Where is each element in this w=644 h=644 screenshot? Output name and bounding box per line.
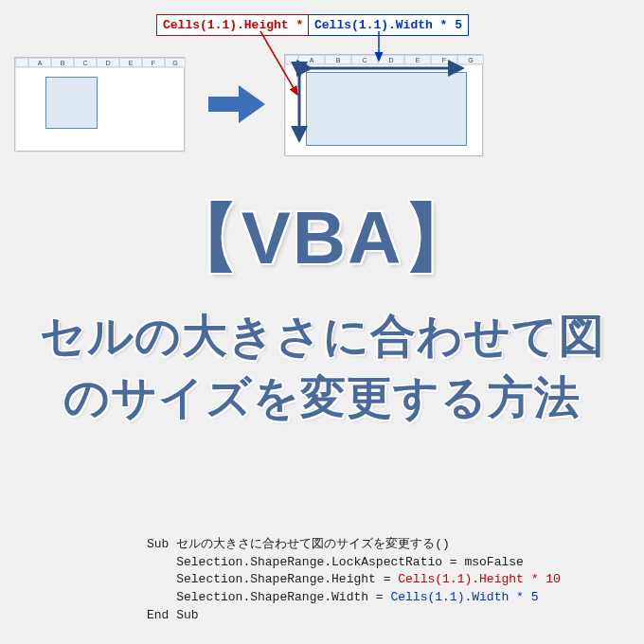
code-line: Selection.ShapeRange.Height =: [147, 572, 398, 586]
code-block: Sub セルの大きさに合わせて図のサイズを変更する() Selection.Sh…: [147, 536, 561, 625]
subtitle-line1: セルの大きさに合わせて図: [0, 306, 644, 367]
code-line: Selection.ShapeRange.Width =: [147, 590, 390, 604]
height-formula-label: Cells(1.1).Height * 10: [156, 14, 332, 36]
width-formula-label: Cells(1.1).Width * 5: [308, 14, 469, 36]
col-hdr: C: [351, 55, 378, 64]
diagram-area: Cells(1.1).Height * 10 Cells(1.1).Width …: [14, 14, 630, 156]
col-hdr: A: [298, 55, 325, 64]
shape-after: [306, 72, 467, 146]
col-hdr: A: [28, 58, 51, 67]
col-hdr: G: [457, 55, 484, 64]
col-hdr: F: [431, 55, 457, 64]
col-hdr: B: [51, 58, 74, 67]
col-hdr: D: [378, 55, 404, 64]
col-hdr: B: [325, 55, 351, 64]
col-hdr: E: [119, 58, 142, 67]
code-line: Selection.ShapeRange.LockAspectRatio = m…: [147, 555, 524, 569]
code-line: Sub セルの大きさに合わせて図のサイズを変更する(): [147, 537, 450, 551]
arrow-icon: [208, 85, 265, 123]
title-main: 【VBA】: [0, 189, 644, 289]
title-area: 【VBA】 セルの大きさに合わせて図 のサイズを変更する方法: [0, 189, 644, 429]
code-width-expr: Cells(1.1).Width * 5: [390, 590, 538, 604]
title-subtitle: セルの大きさに合わせて図 のサイズを変更する方法: [0, 306, 644, 429]
col-hdr: D: [97, 58, 119, 67]
col-hdr: F: [142, 58, 165, 67]
excel-before: A B C D E F G: [14, 57, 185, 152]
col-hdr: G: [165, 58, 186, 67]
subtitle-line2: のサイズを変更する方法: [0, 367, 644, 429]
excel-after: A B C D E F G: [284, 54, 483, 156]
code-height-expr: Cells(1.1).Height * 10: [398, 572, 561, 586]
shape-before: [45, 77, 98, 129]
col-hdr: C: [74, 58, 97, 67]
col-hdr: E: [404, 55, 431, 64]
code-line: End Sub: [147, 608, 199, 622]
